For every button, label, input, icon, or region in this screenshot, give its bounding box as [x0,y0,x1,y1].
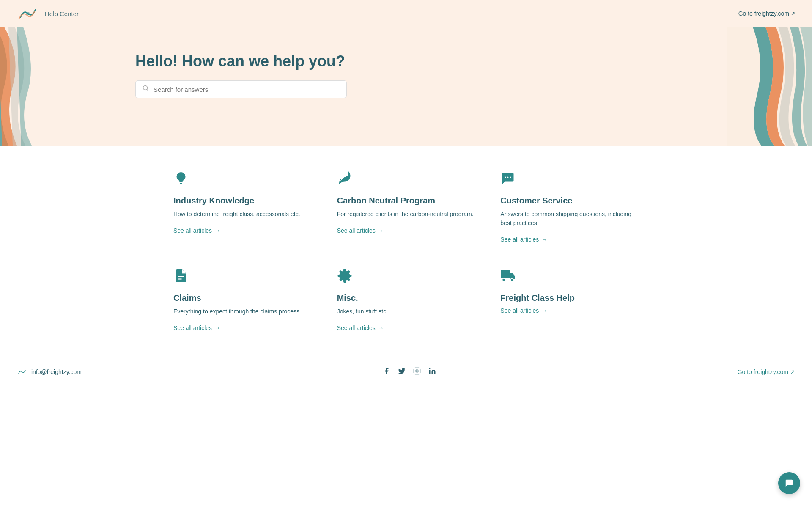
svg-rect-10 [501,270,511,279]
twitter-link[interactable] [398,367,406,377]
see-all-articles-link[interactable]: See all articles → [173,227,312,234]
twitter-icon [398,367,406,375]
svg-point-5 [505,177,506,178]
instagram-link[interactable] [413,367,421,377]
leaf-icon [337,171,475,189]
facebook-icon [383,367,390,375]
svg-point-4 [508,177,509,178]
see-all-articles-link[interactable]: See all articles → [337,227,475,234]
arrow-icon: → [541,236,547,243]
categories-grid: Industry Knowledge How to determine frei… [173,171,639,331]
category-description: Jokes, fun stuff etc. [337,307,475,316]
see-all-articles-link[interactable]: See all articles → [337,324,475,331]
category-title: Carbon Neutral Program [337,196,475,206]
decorative-stripes-left [0,27,55,146]
nav-title: Help Center [45,10,79,17]
category-card-industry-knowledge: Industry Knowledge How to determine frei… [173,171,312,243]
footer-left: info@freightzy.com [17,368,82,376]
hero-content: Hello! How can we help you? [135,52,372,98]
arrow-icon: → [541,307,547,314]
instagram-icon [413,367,421,375]
svg-point-0 [26,12,30,15]
category-card-customer-service: Customer Service Answers to common shipp… [500,171,639,243]
category-description: Everything to expect through the claims … [173,307,312,316]
arrow-icon: → [378,324,384,331]
footer-external-link[interactable]: Go to freightzy.com ↗ [738,368,795,375]
see-all-label: See all articles [173,227,212,234]
search-input[interactable] [154,86,340,93]
chat-bubble-icon [500,171,639,189]
see-all-label: See all articles [337,324,376,331]
see-all-articles-link[interactable]: See all articles → [500,307,639,314]
search-bar[interactable] [135,80,347,98]
lightbulb-icon [173,171,312,189]
see-all-articles-link[interactable]: See all articles → [500,236,639,243]
see-all-label: See all articles [500,307,539,314]
arrow-icon: → [214,324,220,331]
category-description: Answers to common shipping questions, in… [500,210,639,228]
category-card-claims: Claims Everything to expect through the … [173,268,312,331]
category-description: How to determine freight class, accessor… [173,210,312,219]
linkedin-icon [428,367,436,375]
footer-email: info@freightzy.com [31,368,82,375]
svg-point-12 [510,278,514,282]
svg-point-6 [510,177,511,178]
logo[interactable] [17,6,39,21]
hero-heading: Hello! How can we help you? [135,52,372,70]
category-title: Freight Class Help [500,293,639,303]
category-card-misc: Misc. Jokes, fun stuff etc. See all arti… [337,268,475,331]
nav-external-link[interactable]: Go to freightzy.com ↗ [738,10,795,17]
document-icon [173,268,312,286]
navbar: Help Center Go to freightzy.com ↗ [0,0,812,27]
category-title: Misc. [337,293,475,303]
svg-line-2 [147,90,149,91]
external-link-icon: ↗ [791,11,795,16]
svg-point-1 [143,86,148,90]
see-all-label: See all articles [337,227,376,234]
main-content: Industry Knowledge How to determine frei… [0,146,812,357]
see-all-label: See all articles [500,236,539,243]
category-title: Industry Knowledge [173,196,312,206]
truck-icon [500,268,639,286]
svg-rect-13 [414,368,420,374]
svg-point-16 [429,368,431,369]
hero-section: Hello! How can we help you? [0,27,812,146]
category-card-freight-class: Freight Class Help See all articles → [500,268,639,331]
linkedin-link[interactable] [428,367,436,377]
arrow-icon: → [214,227,220,234]
search-icon [143,85,149,94]
see-all-label: See all articles [173,324,212,331]
arrow-icon: → [378,227,384,234]
svg-point-11 [502,278,506,282]
gear-icon [337,268,475,286]
see-all-articles-link[interactable]: See all articles → [173,324,312,331]
category-title: Claims [173,293,312,303]
category-description: For registered clients in the carbon-neu… [337,210,475,219]
footer-logo-icon [17,368,27,376]
decorative-stripes-right [727,27,812,146]
svg-rect-15 [429,370,431,374]
footer: info@freightzy.com Go to freightzy.com ↗ [0,357,812,387]
footer-ext-icon: ↗ [790,368,795,375]
category-card-carbon-neutral: Carbon Neutral Program For registered cl… [337,171,475,243]
nav-left: Help Center [17,6,79,21]
facebook-link[interactable] [383,367,390,377]
category-title: Customer Service [500,196,639,206]
footer-socials [383,367,436,377]
